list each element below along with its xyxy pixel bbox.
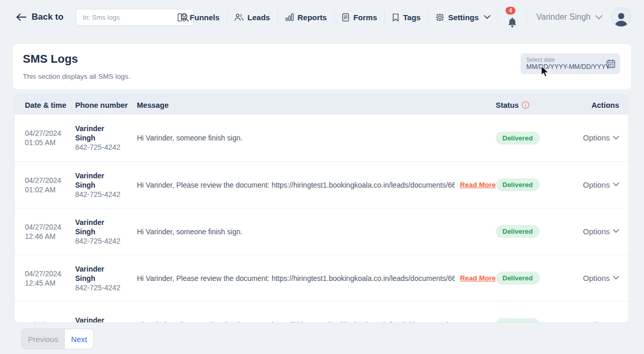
person-icon (613, 11, 629, 26)
read-more-link[interactable]: Read More (460, 321, 496, 323)
chevron-down-icon (613, 182, 619, 187)
chevron-down-icon (613, 229, 619, 233)
contact-phone-number: 842-725-4242 (75, 236, 137, 246)
cell-status: Delivered (496, 225, 581, 238)
status-badge: Delivered (496, 132, 540, 145)
cell-date-time: 04/27/2024 12:46 AM (15, 222, 75, 241)
cell-message: Hi Varinder, Please review the document:… (137, 181, 496, 189)
chevron-down-icon (613, 136, 619, 140)
options-dropdown[interactable]: Options (583, 133, 619, 142)
contact-first-name: Varinder (75, 124, 137, 133)
header-status: Status (496, 101, 581, 109)
table-row: 04/27/2024 Varinder Singh Hi Varinder, P… (15, 301, 628, 323)
row-time: 12:46 AM (25, 232, 75, 241)
notification-count-badge: 4 (506, 7, 515, 15)
contact-last-name: Singh (75, 133, 137, 143)
options-dropdown[interactable]: Options (583, 180, 619, 189)
contact-phone-number: 842-725-4242 (75, 190, 137, 199)
row-time: 01:02 AM (25, 185, 75, 194)
back-arrow-icon (16, 13, 27, 21)
nav-label-tags: Tags (403, 13, 421, 22)
contact-first-name: Varinder (75, 316, 137, 323)
calendar-icon (606, 59, 615, 68)
sms-message-text: Hi Varinder, someone finish sign. (137, 134, 243, 142)
user-menu[interactable]: Varinder Singh (527, 12, 609, 22)
nav-label-funnels: Funnels (190, 13, 220, 22)
back-label: Back to (32, 12, 63, 22)
header-phone: Phone number (75, 101, 137, 109)
date-picker-label: Select date (526, 56, 603, 63)
cell-status: Delivered (496, 272, 581, 285)
leads-icon (234, 13, 244, 21)
cell-message: Hi Varinder, Please review the document:… (137, 274, 496, 282)
options-dropdown[interactable]: Options (583, 274, 619, 282)
options-dropdown[interactable]: Options (583, 320, 619, 323)
notifications-button[interactable]: 4 (498, 6, 526, 29)
nav-item-settings[interactable]: Settings (428, 13, 498, 22)
status-badge: Delivered (496, 178, 540, 191)
next-page-button[interactable]: Next (65, 329, 94, 349)
read-more-link[interactable]: Read More (460, 274, 496, 282)
row-date: 04/27/2024 (25, 176, 75, 185)
sms-message-text: Hi Varinder, Please review the document:… (137, 321, 455, 323)
options-label: Options (583, 274, 610, 282)
table-header-row: Date & time Phone number Message Status … (15, 95, 628, 115)
page-subtitle: This section displays all SMS logs. (23, 73, 130, 80)
row-date: 04/27/2024 (25, 222, 75, 232)
top-navbar: Back to Funnels (0, 0, 644, 34)
reports-icon (285, 13, 294, 21)
chevron-down-icon (484, 15, 491, 19)
cell-status: Delivered (496, 132, 581, 145)
user-name: Varinder Singh (536, 12, 591, 22)
cell-actions: Options (581, 133, 628, 143)
table-row: 04/27/2024 01:02 AM Varinder Singh 842-7… (15, 161, 628, 208)
cell-message: Hi Varinder, Please review the document:… (137, 321, 496, 323)
cell-status: Delivered (496, 318, 581, 323)
nav-item-tags[interactable]: Tags (385, 13, 428, 22)
nav-item-forms[interactable]: Forms (334, 13, 384, 22)
header-message: Message (137, 101, 496, 109)
sms-message-text: Hi Varinder, Please review the document:… (137, 181, 455, 189)
cell-date-time: 04/27/2024 (15, 320, 75, 323)
table-row: 04/27/2024 12:45 AM Varinder Singh 842-7… (15, 254, 628, 301)
options-dropdown[interactable]: Options (583, 227, 619, 236)
read-more-link[interactable]: Read More (460, 181, 496, 189)
previous-page-button[interactable]: Previous (21, 329, 65, 349)
date-picker-value: MM/DD/YYYY-MM/DD/YYYY (526, 63, 603, 70)
options-label: Options (583, 133, 610, 142)
cell-phone: Varinder Singh 842-725-4242 (75, 124, 137, 152)
cell-date-time: 04/27/2024 01:05 AM (15, 129, 75, 147)
sms-message-text: Hi Varinder, Please review the document:… (137, 274, 455, 282)
navbar-left: Back to (16, 0, 194, 34)
forms-icon (342, 13, 349, 22)
nav-item-funnels[interactable]: Funnels (170, 13, 227, 22)
cell-actions: Options (581, 227, 628, 236)
cell-message: Hi Varinder, someone finish sign. Read M… (137, 228, 496, 236)
date-range-picker[interactable]: Select date MM/DD/YYYY-MM/DD/YYYY (521, 53, 620, 74)
row-date: 04/27/2024 (25, 129, 75, 138)
status-badge: Delivered (496, 225, 540, 238)
nav-item-leads[interactable]: Leads (227, 13, 277, 22)
cell-phone: Varinder Singh 842-725-4242 (75, 264, 137, 292)
status-badge: Delivered (496, 318, 540, 323)
contact-first-name: Varinder (75, 218, 137, 227)
nav-item-reports[interactable]: Reports (278, 13, 334, 22)
cell-date-time: 04/27/2024 12:45 AM (15, 269, 75, 288)
cell-status: Delivered (496, 178, 581, 191)
row-date: 04/27/2024 (25, 269, 75, 278)
status-badge: Delivered (496, 272, 540, 285)
gear-icon (436, 13, 444, 22)
chevron-down-icon (613, 322, 619, 323)
contact-phone-number: 842-725-4242 (75, 283, 137, 292)
navbar-right: Funnels Leads Reports (170, 0, 631, 34)
avatar[interactable] (611, 7, 631, 27)
nav-label-forms: Forms (353, 13, 377, 22)
chevron-down-icon (613, 276, 619, 280)
page-title: SMS Logs (23, 52, 78, 66)
contact-first-name: Varinder (75, 264, 137, 274)
cell-phone: Varinder Singh 842-725-4242 (75, 171, 137, 199)
status-info-icon[interactable] (522, 101, 529, 109)
cell-actions: Options (581, 180, 628, 190)
row-time: 01:05 AM (25, 138, 75, 147)
back-button[interactable]: Back to (16, 12, 63, 22)
